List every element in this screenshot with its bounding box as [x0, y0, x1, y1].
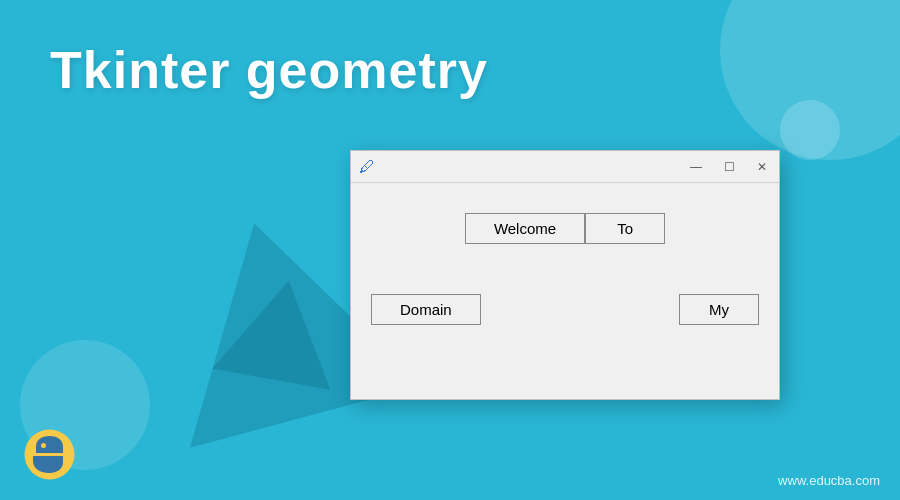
window-body: Welcome To Domain My — [351, 183, 779, 399]
watermark: www.educba.com — [778, 473, 880, 488]
welcome-button[interactable]: Welcome — [465, 213, 585, 244]
domain-button[interactable]: Domain — [371, 294, 481, 325]
to-button[interactable]: To — [585, 213, 665, 244]
my-button[interactable]: My — [679, 294, 759, 325]
window-titlebar: 🖊 — ☐ ✕ — [351, 151, 779, 183]
app-icon: 🖊 — [359, 158, 375, 176]
svg-point-1 — [41, 443, 46, 448]
bg-triangle-small — [212, 270, 348, 389]
close-button[interactable]: ✕ — [753, 159, 771, 175]
page-title: Tkinter geometry — [50, 40, 488, 100]
button-row-1: Welcome To — [371, 213, 759, 244]
bg-circle-small-right — [780, 100, 840, 160]
maximize-button[interactable]: ☐ — [720, 159, 739, 175]
app-window: 🖊 — ☐ ✕ Welcome To Domain My — [350, 150, 780, 400]
titlebar-left: 🖊 — [359, 158, 375, 176]
minimize-button[interactable]: — — [686, 159, 706, 175]
python-logo — [22, 427, 77, 482]
titlebar-controls: — ☐ ✕ — [686, 159, 771, 175]
svg-point-2 — [53, 461, 58, 466]
button-row-2: Domain My — [371, 294, 759, 325]
